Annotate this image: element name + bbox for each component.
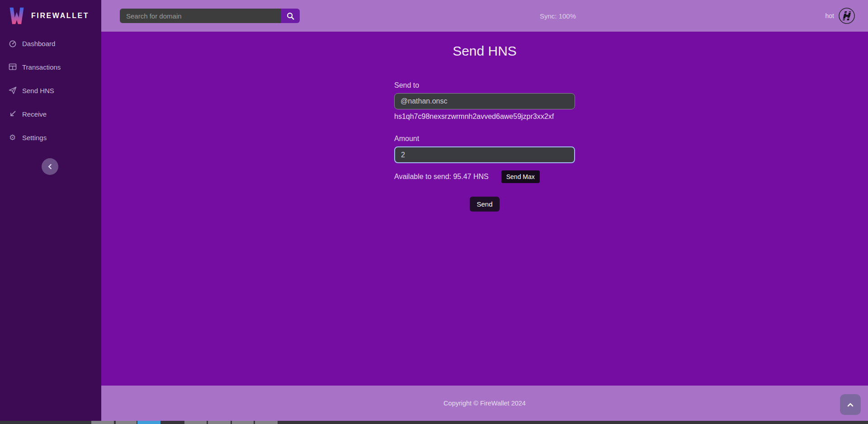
brand[interactable]: FIREWALLET <box>0 0 101 32</box>
topbar: Sync: 100% hot <box>101 0 868 32</box>
table-icon <box>8 63 17 71</box>
sidebar-item-label: Receive <box>22 110 47 118</box>
footer: Copyright © FireWallet 2024 <box>101 386 868 421</box>
amount-label: Amount <box>394 135 575 143</box>
send-to-label: Send to <box>394 81 575 90</box>
sync-status: Sync: 100% <box>540 0 576 32</box>
wallet-indicator[interactable]: hot <box>826 0 855 32</box>
tab-segment[interactable] <box>255 421 278 424</box>
sidebar-collapse-button[interactable] <box>42 158 58 175</box>
handshake-logo-icon[interactable] <box>838 7 855 24</box>
wallet-name: hot <box>826 12 834 19</box>
chevron-up-icon <box>847 402 854 409</box>
magnifier-icon <box>287 12 294 20</box>
window-tab-strip[interactable] <box>0 421 868 424</box>
gauge-icon <box>8 39 17 47</box>
paper-plane-icon <box>8 86 17 94</box>
sidebar-item-dashboard[interactable]: Dashboard <box>0 32 101 55</box>
available-to-send-text: Available to send: 95.47 HNS <box>394 173 489 181</box>
send-form: Send to hs1qh7c98nexsrzwrmnh2avved6awe59… <box>394 81 575 212</box>
send-to-input[interactable] <box>394 93 575 109</box>
domain-search <box>120 9 300 23</box>
copyright-text: Copyright © FireWallet 2024 <box>443 400 526 407</box>
chevron-left-icon <box>48 164 54 170</box>
sidebar-item-receive[interactable]: Receive <box>0 102 101 126</box>
tab-segment[interactable] <box>91 421 114 424</box>
send-row: Send <box>394 197 575 212</box>
available-row: Available to send: 95.47 HNS Send Max <box>394 170 575 183</box>
sidebar-item-label: Transactions <box>22 63 61 71</box>
sidebar-nav: Dashboard Transactions Send HNS Receive <box>0 32 101 149</box>
send-button[interactable]: Send <box>470 197 499 212</box>
tab-segment[interactable] <box>208 421 231 424</box>
app-window: FIREWALLET Dashboard Transactions Send H… <box>0 0 868 424</box>
send-max-button[interactable]: Send Max <box>501 170 540 183</box>
sidebar-item-settings[interactable]: ⚙ Settings <box>0 126 101 149</box>
page-title: Send HNS <box>101 43 868 59</box>
sidebar-item-label: Settings <box>22 134 47 141</box>
sidebar-item-label: Send HNS <box>22 87 54 94</box>
firewallet-logo-icon <box>7 6 26 26</box>
tab-segment[interactable] <box>232 421 254 424</box>
resolved-address: hs1qh7c98nexsrzwrmnh2avved6awe59jzpr3xx2… <box>394 113 575 121</box>
gear-icon: ⚙ <box>8 134 17 141</box>
tab-segment[interactable] <box>184 421 207 424</box>
search-button[interactable] <box>281 9 300 23</box>
sidebar-item-transactions[interactable]: Transactions <box>0 55 101 79</box>
sidebar-item-label: Dashboard <box>22 40 55 47</box>
arrow-down-left-icon <box>8 110 17 118</box>
sidebar: FIREWALLET Dashboard Transactions Send H… <box>0 0 101 421</box>
search-input[interactable] <box>120 9 281 23</box>
main-content: Send HNS Send to hs1qh7c98nexsrzwrmnh2av… <box>101 32 868 386</box>
brand-name: FIREWALLET <box>31 12 89 20</box>
sidebar-item-send-hns[interactable]: Send HNS <box>0 79 101 102</box>
amount-input[interactable] <box>394 146 575 163</box>
scroll-to-top-button[interactable] <box>840 394 861 415</box>
tab-segment[interactable] <box>116 421 137 424</box>
tab-segment-active[interactable] <box>137 421 160 424</box>
